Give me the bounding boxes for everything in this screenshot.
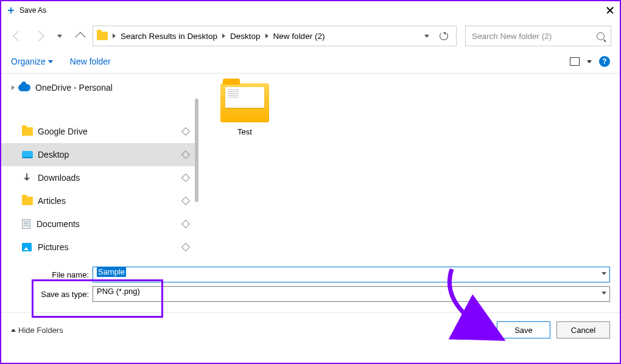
filename-value: Sample bbox=[97, 267, 126, 277]
breadcrumb-item[interactable]: New folder (2) bbox=[271, 32, 328, 41]
folder-icon bbox=[22, 127, 33, 136]
filename-input[interactable]: Sample bbox=[93, 267, 610, 282]
pin-icon bbox=[181, 220, 190, 228]
body-area: OneDrive - Personal Google Drive Desktop… bbox=[1, 74, 620, 262]
pin-icon bbox=[181, 243, 190, 251]
action-bar: Hide Folders Save Cancel bbox=[1, 312, 620, 346]
view-dropdown[interactable] bbox=[587, 60, 592, 63]
cloud-icon bbox=[18, 84, 30, 91]
type-value: PNG (*.png) bbox=[97, 287, 140, 296]
sidebar-item-documents[interactable]: Documents bbox=[1, 212, 196, 236]
sidebar-item-label: Articles bbox=[38, 196, 66, 206]
chevron-right-icon bbox=[265, 33, 268, 38]
sidebar-item-label: Google Drive bbox=[38, 127, 88, 136]
sidebar-item-google-drive[interactable]: Google Drive bbox=[1, 120, 196, 143]
address-bar[interactable]: Search Results in Desktop Desktop New fo… bbox=[93, 26, 457, 46]
hide-folders-label: Hide Folders bbox=[18, 326, 63, 335]
sidebar-item-desktop[interactable]: Desktop bbox=[1, 143, 196, 166]
download-icon bbox=[22, 173, 32, 182]
new-folder-button[interactable]: New folder bbox=[70, 57, 111, 66]
sidebar-item-label: Pictures bbox=[38, 242, 69, 252]
back-button[interactable] bbox=[10, 27, 27, 44]
save-button[interactable]: Save bbox=[497, 321, 550, 338]
breadcrumb-item[interactable]: Desktop bbox=[228, 32, 263, 41]
breadcrumb-item[interactable]: Search Results in Desktop bbox=[118, 32, 220, 41]
type-label: Save as type: bbox=[11, 290, 93, 299]
sidebar-item-onedrive[interactable]: OneDrive - Personal bbox=[1, 76, 196, 99]
chevron-up-icon bbox=[11, 329, 16, 332]
save-fields: File name: Sample Save as type: PNG (*.p… bbox=[1, 262, 620, 309]
search-box[interactable] bbox=[465, 26, 611, 46]
sidebar-item-label: OneDrive - Personal bbox=[35, 83, 113, 93]
view-button[interactable] bbox=[570, 57, 580, 66]
sidebar-item-pictures[interactable]: Pictures bbox=[1, 236, 196, 259]
help-button[interactable]: ? bbox=[599, 56, 610, 67]
type-select[interactable]: PNG (*.png) bbox=[93, 286, 610, 302]
chevron-right-icon bbox=[222, 33, 225, 38]
desktop-icon bbox=[22, 151, 33, 158]
toolbar: Organize New folder ? bbox=[1, 52, 620, 74]
scrollbar[interactable] bbox=[195, 99, 198, 202]
content-area[interactable]: Test bbox=[196, 74, 620, 262]
sidebar-item-downloads[interactable]: Downloads bbox=[1, 166, 196, 189]
folder-label: Test bbox=[214, 127, 275, 136]
organize-menu[interactable]: Organize bbox=[11, 57, 53, 66]
new-folder-label: New folder bbox=[70, 57, 111, 66]
pictures-icon bbox=[22, 243, 32, 251]
organize-label: Organize bbox=[11, 57, 46, 66]
hide-folders-toggle[interactable]: Hide Folders bbox=[11, 326, 63, 335]
pin-icon bbox=[181, 197, 190, 205]
forward-button[interactable] bbox=[30, 27, 47, 44]
folder-icon bbox=[97, 32, 108, 40]
folder-icon bbox=[220, 83, 269, 122]
pin-icon bbox=[181, 173, 190, 182]
sidebar-item-label: Desktop bbox=[38, 150, 69, 159]
sidebar: OneDrive - Personal Google Drive Desktop… bbox=[1, 74, 196, 262]
filename-label: File name: bbox=[11, 270, 93, 279]
sidebar-item-label: Documents bbox=[37, 219, 80, 229]
address-dropdown[interactable] bbox=[418, 26, 435, 46]
sidebar-item-articles[interactable]: Articles bbox=[1, 189, 196, 212]
close-button[interactable] bbox=[605, 5, 615, 15]
navigation-bar: Search Results in Desktop Desktop New fo… bbox=[1, 19, 620, 52]
cancel-button[interactable]: Cancel bbox=[556, 321, 610, 338]
refresh-button[interactable] bbox=[435, 26, 452, 46]
chevron-down-icon[interactable] bbox=[602, 292, 606, 295]
search-input[interactable] bbox=[472, 32, 597, 41]
document-icon bbox=[22, 219, 30, 229]
window-title: Save As bbox=[19, 6, 605, 15]
chevron-right-icon bbox=[113, 33, 116, 38]
pin-icon bbox=[181, 150, 190, 159]
search-icon bbox=[597, 32, 605, 40]
sidebar-item-label: Downloads bbox=[38, 173, 80, 183]
chevron-down-icon bbox=[48, 60, 53, 63]
app-icon bbox=[6, 5, 16, 15]
chevron-down-icon[interactable] bbox=[602, 272, 606, 275]
up-button[interactable] bbox=[72, 27, 89, 44]
recent-dropdown[interactable] bbox=[51, 27, 68, 44]
folder-item-test[interactable]: Test bbox=[214, 83, 275, 136]
titlebar: Save As bbox=[1, 1, 620, 19]
folder-icon bbox=[22, 197, 33, 205]
pin-icon bbox=[181, 127, 190, 136]
